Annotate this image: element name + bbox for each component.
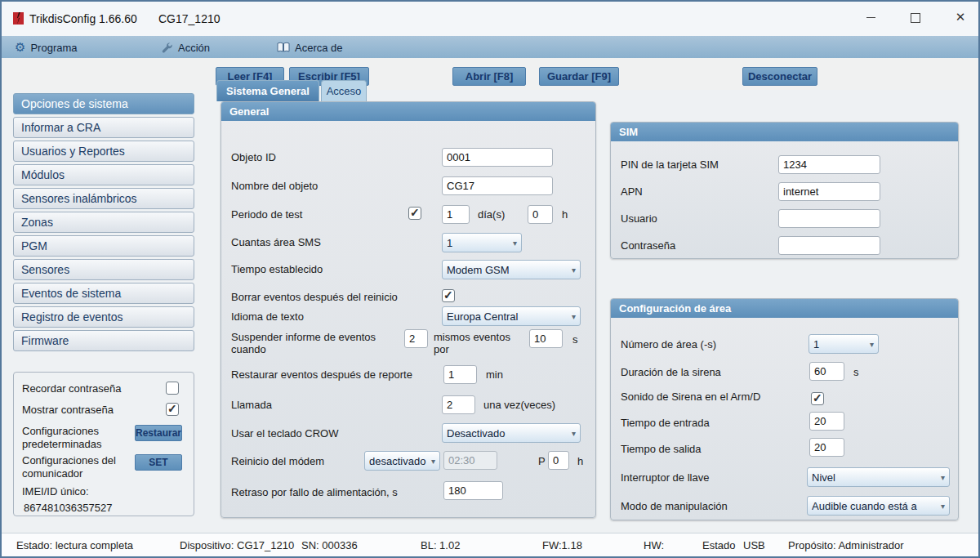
test-period-label: Periodo de test [231,208,302,221]
maximize-button[interactable] [902,7,929,28]
sms-area-select[interactable]: 1 ▾ [442,233,522,252]
sim-pin-input[interactable] [778,155,880,174]
chevron-down-icon: ▾ [572,266,576,275]
sidebar-item-sensores-inalambricos[interactable]: Sensores inalámbricos [13,188,194,209]
clear-events-label: Borrar eventos después del reinicio [231,291,443,303]
restore-events-input[interactable] [443,365,477,384]
siren-sound-checkbox[interactable] [811,392,824,405]
sidebar-item-opciones-de-sistema[interactable]: Opciones de sistema [13,93,194,114]
general-group-title: General [221,102,595,121]
apn-input[interactable] [778,182,880,201]
modem-restart-time-input [443,451,497,470]
siren-duration-input[interactable] [809,362,844,381]
chevron-down-icon: ▾ [941,502,945,511]
object-name-input[interactable] [442,176,553,195]
restore-events-unit: min [486,368,503,381]
menu-accion[interactable]: Acción [161,39,210,56]
area-number-select[interactable]: 1 ▾ [808,334,879,354]
close-button[interactable]: ✕ [947,7,973,28]
siren-duration-label: Duración de la sirena [621,366,721,378]
apn-label: APN [621,185,643,198]
key-switch-select[interactable]: Nivel ▾ [807,467,950,487]
status-bl: BL: 1.02 [421,539,460,551]
object-id-label: Objeto ID [231,151,276,163]
sim-group-title: SIM [611,123,958,141]
sim-password-input[interactable] [778,236,880,255]
test-period-hours-unit: h [562,208,568,221]
suppress-count-input[interactable] [404,329,428,348]
call-input[interactable] [442,395,475,414]
sidebar-item-firmware[interactable]: Firmware [13,330,194,351]
object-name-label: Nombre del objeto [231,180,318,192]
restore-events-label: Restaurar eventos después de reporte [231,368,448,381]
communicator-config-label: Configuraciones del comunicador [22,454,132,480]
exit-time-input[interactable] [809,438,844,457]
tab-acceso[interactable]: Acceso [321,80,367,101]
general-group: General Objeto ID Nombre del objeto Peri… [220,101,596,518]
modem-restart-unit: h [577,455,583,467]
power-fail-delay-input[interactable] [443,481,503,500]
restore-defaults-button[interactable]: Restaurar [135,425,182,441]
menu-acerca-de[interactable]: Acerca de [277,39,343,56]
suppress-seconds-input[interactable] [529,329,563,348]
test-period-days-unit: día(s) [478,208,505,221]
disconnect-button[interactable]: Desconectar [742,67,817,86]
sim-user-label: Usuario [621,212,657,225]
key-switch-label: Interruptor de llave [621,471,709,484]
sms-area-label: Cuantas área SMS [231,236,321,248]
sidebar-item-sensores[interactable]: Sensores [13,259,194,280]
menu-programa[interactable]: ⚙ Programa [15,39,78,56]
open-button[interactable]: Abrir [F8] [452,67,526,86]
set-button[interactable]: SET [135,454,182,471]
crow-keypad-label: Usar el teclado CROW [231,427,338,440]
crow-keypad-select[interactable]: Desactivado ▾ [442,423,581,443]
minimize-button[interactable] [858,7,884,28]
test-period-checkbox[interactable] [408,207,421,220]
menu-bar: ⚙ Programa Acción Acerca de [2,36,978,58]
text-language-label: Idioma de texto [231,310,304,323]
menu-programa-label: Programa [30,42,77,54]
object-id-input[interactable] [442,148,553,167]
entry-time-input[interactable] [809,412,844,431]
remember-password-label: Recordar contraseña [22,382,121,395]
sidebar-item-informar-a-cra[interactable]: Informar a CRA [13,117,194,138]
app-window: TrikdisConfig 1.66.60 CG17_1210 ✕ ⚙ Prog… [0,0,980,558]
text-language-select[interactable]: Europa Central ▾ [442,306,581,326]
device-title: CG17_1210 [158,12,220,25]
sms-area-value: 1 [447,237,510,249]
key-switch-value: Nivel [812,471,938,484]
sidebar-item-eventos-de-sistema[interactable]: Eventos de sistema [13,283,194,304]
options-panel: Recordar contraseña Mostrar contraseña C… [13,372,194,516]
crow-keypad-value: Desactivado [447,427,569,440]
sidebar-item-registro-de-eventos[interactable]: Registro de eventos [13,306,194,328]
suppress-seconds-unit: s [572,333,578,346]
chevron-down-icon: ▾ [870,340,874,349]
text-language-value: Europa Central [447,310,569,323]
remember-password-checkbox[interactable] [166,382,179,395]
test-period-hours-input[interactable] [528,205,553,224]
show-password-checkbox[interactable] [166,403,179,416]
suppress-label: Suspender informe de eventos cuando [231,331,390,355]
app-title: TrikdisConfig 1.66.60 [29,12,137,25]
modem-restart-mode-select[interactable]: desactivado ▾ [364,451,440,471]
default-config-label: Configuraciones predeterminadas [22,425,128,451]
modem-restart-p-input[interactable] [548,451,569,470]
sidebar-item-modulos[interactable]: Módulos [13,164,194,185]
time-set-label: Tiempo establecido [231,263,323,275]
siren-duration-unit: s [853,366,859,378]
save-button[interactable]: Guardar [F9] [539,67,619,86]
sidebar-item-pgm[interactable]: PGM [13,235,194,257]
time-set-select[interactable]: Modem GSM ▾ [442,260,581,279]
sim-user-input[interactable] [778,209,880,228]
sidebar-item-zonas[interactable]: Zonas [13,212,194,233]
status-device: Dispositivo: CG17_1210 [180,539,294,551]
tamper-mode-select[interactable]: Audible cuando está a ▾ [807,496,950,516]
gear-icon: ⚙ [15,40,25,55]
menu-accion-label: Acción [178,42,210,54]
sidebar-item-usuarios-y-reportes[interactable]: Usuarios y Reportes [13,141,194,162]
tamper-mode-label: Modo de manipulación [621,500,728,512]
tab-sistema-general[interactable]: Sistema General [216,80,319,101]
chevron-down-icon: ▾ [941,473,945,482]
clear-events-checkbox[interactable] [442,289,455,302]
test-period-days-input[interactable] [442,205,470,224]
